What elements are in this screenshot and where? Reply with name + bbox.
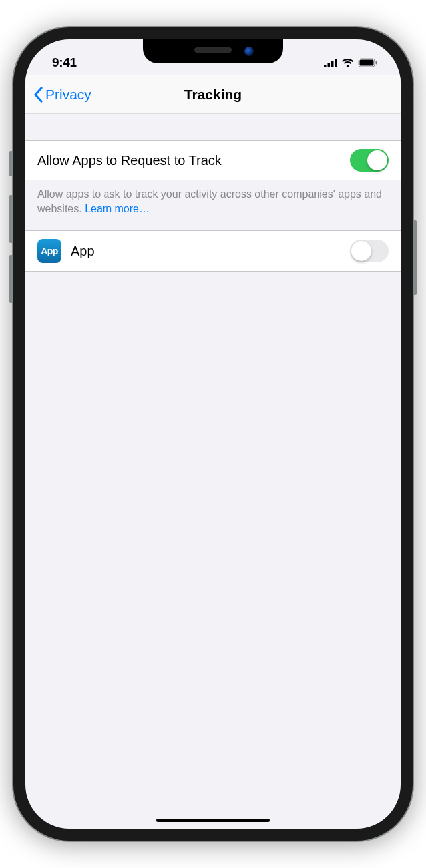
apps-section: App App	[25, 230, 401, 272]
cellular-icon	[324, 59, 337, 67]
power-button	[413, 220, 417, 295]
svg-rect-3	[335, 59, 338, 67]
back-label: Privacy	[45, 87, 91, 103]
speaker	[194, 47, 232, 53]
volume-down-button	[9, 255, 13, 303]
wifi-icon	[341, 58, 354, 67]
battery-icon	[358, 58, 378, 67]
svg-rect-1	[328, 63, 331, 67]
status-time: 9:41	[52, 55, 77, 70]
app-icon-text: App	[41, 246, 58, 256]
nav-bar: Privacy Tracking	[25, 75, 401, 114]
mute-switch	[9, 151, 13, 176]
screen: 9:41 Privacy Tracking Allow Apps to Requ…	[25, 39, 401, 829]
front-camera	[244, 47, 254, 56]
chevron-left-icon	[33, 87, 43, 103]
app-icon: App	[37, 239, 61, 263]
app-row[interactable]: App App	[25, 230, 401, 272]
allow-request-label: Allow Apps to Request to Track	[37, 153, 341, 168]
phone-frame: 9:41 Privacy Tracking Allow Apps to Requ…	[13, 27, 413, 841]
svg-rect-2	[331, 61, 334, 67]
app-toggle[interactable]	[350, 240, 389, 262]
toggle-knob	[367, 150, 387, 170]
notch	[143, 39, 283, 63]
volume-up-button	[9, 195, 13, 243]
allow-request-toggle[interactable]	[350, 149, 389, 172]
svg-rect-6	[376, 61, 377, 65]
toggle-knob	[351, 241, 371, 261]
home-indicator[interactable]	[156, 819, 270, 822]
learn-more-link[interactable]: Learn more…	[85, 203, 150, 214]
allow-request-section: Allow Apps to Request to Track Allow app…	[25, 140, 401, 216]
allow-request-row[interactable]: Allow Apps to Request to Track	[25, 140, 401, 180]
back-button[interactable]: Privacy	[33, 87, 91, 103]
allow-request-footer: Allow apps to ask to track your activity…	[25, 180, 401, 216]
status-indicators	[324, 58, 378, 67]
svg-rect-0	[324, 65, 327, 67]
app-name-label: App	[71, 244, 341, 259]
svg-rect-5	[360, 60, 374, 66]
